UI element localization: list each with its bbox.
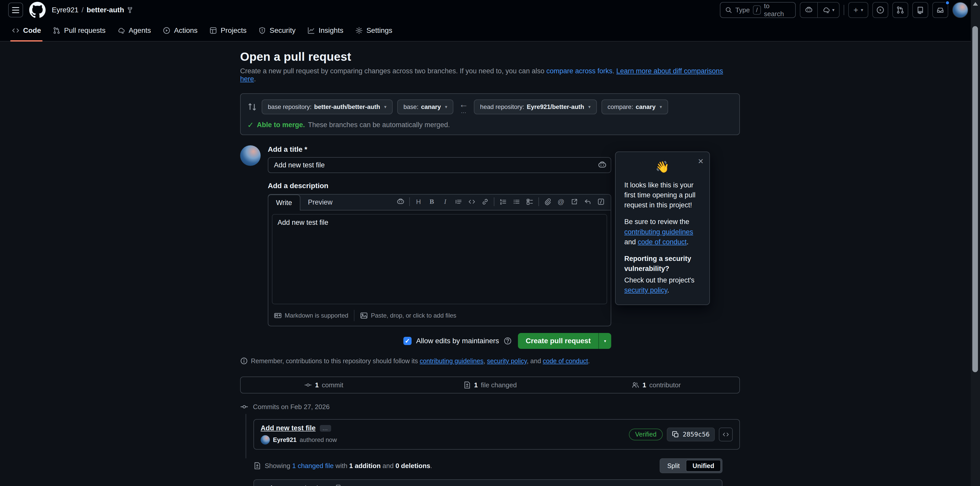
head-repository-select[interactable]: head repository: Eyre921/better-auth ▾ — [474, 99, 597, 114]
user-avatar[interactable] — [952, 2, 968, 18]
commit-icon — [240, 403, 248, 411]
cross-reference-icon[interactable] — [569, 196, 580, 207]
unified-view-button[interactable]: Unified — [686, 460, 721, 472]
chevron-down-icon: ▾ — [445, 104, 447, 110]
diff-filename[interactable]: test-pr — [304, 484, 331, 486]
agent-cloud-icon — [118, 27, 125, 34]
copilot-button[interactable] — [800, 3, 817, 18]
breadcrumb-owner[interactable]: Eyre921 — [52, 6, 78, 14]
page-scrollbar[interactable] — [971, 0, 980, 486]
agent-cloud-icon — [822, 6, 830, 14]
commit-title-link[interactable]: Add new test file — [261, 424, 316, 432]
nav-tab-projects[interactable]: Projects — [204, 20, 252, 41]
header-divider — [844, 5, 844, 15]
scrollbar-thumb[interactable] — [972, 26, 978, 372]
close-icon[interactable]: ✕ — [698, 157, 704, 166]
chevron-down-icon: ▾ — [660, 104, 662, 110]
create-new-button[interactable]: + ▾ — [848, 2, 868, 18]
compare-across-forks-link[interactable]: compare across forks — [546, 67, 612, 75]
pr-title-input[interactable] — [268, 157, 611, 173]
browse-code-button[interactable] — [719, 427, 733, 441]
tab-preview[interactable]: Preview — [301, 194, 340, 210]
commit-author[interactable]: Eyre921 — [273, 436, 296, 443]
breadcrumb-separator: / — [81, 6, 84, 14]
files-changed-summary[interactable]: 1 file changed — [407, 381, 573, 389]
markdown-supported-hint[interactable]: Markdown is supported — [272, 312, 354, 319]
numbered-list-icon[interactable] — [498, 196, 509, 207]
nav-tab-security[interactable]: Security — [253, 20, 301, 41]
github-logo[interactable] — [29, 2, 46, 18]
copy-icon[interactable] — [672, 431, 679, 438]
agents-dropdown-button[interactable]: ▾ — [817, 3, 839, 18]
repositories-button[interactable] — [912, 2, 928, 18]
security-policy-link[interactable]: security policy — [624, 286, 667, 294]
italic-icon[interactable]: I — [439, 196, 451, 207]
search-input[interactable]: Type / to search — [720, 2, 796, 18]
heading-icon[interactable]: H — [413, 196, 424, 207]
copilot-icon — [805, 6, 813, 14]
nav-tab-agents[interactable]: Agents — [112, 20, 156, 41]
scrollbar-up-arrow[interactable] — [973, 2, 978, 6]
popup-intro: It looks like this is your first time op… — [624, 180, 701, 210]
code-of-conduct-link[interactable]: code of conduct — [638, 238, 687, 246]
chevron-down-icon: ▾ — [384, 104, 387, 110]
help-icon[interactable] — [504, 337, 512, 345]
repo-icon — [916, 6, 924, 14]
description-label: Add a description — [268, 182, 611, 190]
paste-files-hint[interactable]: Paste, drop, or click to add files — [355, 312, 462, 319]
code-of-conduct-link[interactable]: code of conduct — [543, 357, 588, 365]
create-pull-request-dropdown[interactable]: ▾ — [598, 333, 611, 349]
bullet-list-icon[interactable] — [511, 196, 522, 207]
chevron-down-icon[interactable] — [260, 485, 266, 486]
saved-replies-icon[interactable] — [582, 196, 593, 207]
contributors-summary[interactable]: 1 contributor — [573, 381, 739, 389]
code-icon[interactable] — [466, 196, 477, 207]
slash-commands-icon[interactable] — [595, 196, 607, 207]
toolbar-divider — [538, 198, 539, 206]
issues-button[interactable] — [872, 2, 888, 18]
nav-tab-insights[interactable]: Insights — [302, 20, 348, 41]
nav-tab-settings[interactable]: Settings — [350, 20, 398, 41]
bold-icon[interactable]: B — [426, 196, 438, 207]
compare-branch-select[interactable]: compare: canary ▾ — [601, 99, 668, 114]
hamburger-menu-button[interactable] — [8, 3, 23, 18]
nav-tab-actions[interactable]: Actions — [158, 20, 203, 41]
split-view-button[interactable]: Split — [661, 460, 686, 472]
commits-summary[interactable]: 1 commit — [241, 381, 407, 389]
nav-tab-pull-requests[interactable]: Pull requests — [48, 20, 111, 41]
contributing-guidelines-link[interactable]: contributing guidelines — [624, 228, 693, 236]
verified-badge[interactable]: Verified — [629, 429, 662, 440]
popup-security-heading: Reporting a security vulnerability? — [624, 254, 701, 274]
copilot-icon[interactable] — [395, 196, 406, 207]
breadcrumb-repo[interactable]: better-auth — [87, 6, 133, 14]
nav-tab-code[interactable]: Code — [7, 20, 46, 41]
commit-message-expander[interactable]: … — [320, 425, 331, 432]
allow-edits-checkbox[interactable]: ✓ — [403, 337, 412, 345]
base-branch-select[interactable]: base: canary ▾ — [397, 99, 453, 114]
pull-requests-button[interactable] — [892, 2, 908, 18]
chevron-down-icon: ▾ — [832, 7, 834, 13]
avatar — [261, 435, 270, 445]
base-repository-select[interactable]: base repository: better-auth/better-auth… — [262, 99, 393, 114]
create-pull-request-button[interactable]: Create pull request — [518, 333, 598, 349]
notification-dot — [945, 0, 950, 5]
search-suffix: to search — [764, 2, 791, 18]
security-policy-link[interactable]: security policy — [487, 357, 527, 365]
quote-icon[interactable] — [453, 196, 464, 207]
contributing-guidelines-link[interactable]: contributing guidelines — [420, 357, 484, 365]
tab-write[interactable]: Write — [268, 194, 301, 210]
task-list-icon[interactable] — [524, 196, 535, 207]
play-circle-icon — [163, 27, 170, 34]
file-options-kebab[interactable]: ⋯ — [708, 484, 716, 486]
files-changed-text: Showing 1 changed file with 1 addition a… — [253, 462, 432, 470]
commit-sha-button[interactable]: 2859c56 — [667, 427, 715, 441]
attach-file-icon[interactable] — [542, 196, 553, 207]
diff-change-count: 1 — [270, 484, 273, 486]
link-icon[interactable] — [479, 196, 491, 207]
graph-icon — [307, 27, 315, 34]
pr-description-textarea[interactable]: Add new test file — [272, 214, 607, 304]
copilot-icon[interactable] — [598, 161, 607, 169]
copy-icon[interactable] — [336, 484, 342, 486]
mention-icon[interactable]: @ — [555, 196, 566, 207]
changed-file-link[interactable]: 1 changed file — [292, 462, 334, 470]
